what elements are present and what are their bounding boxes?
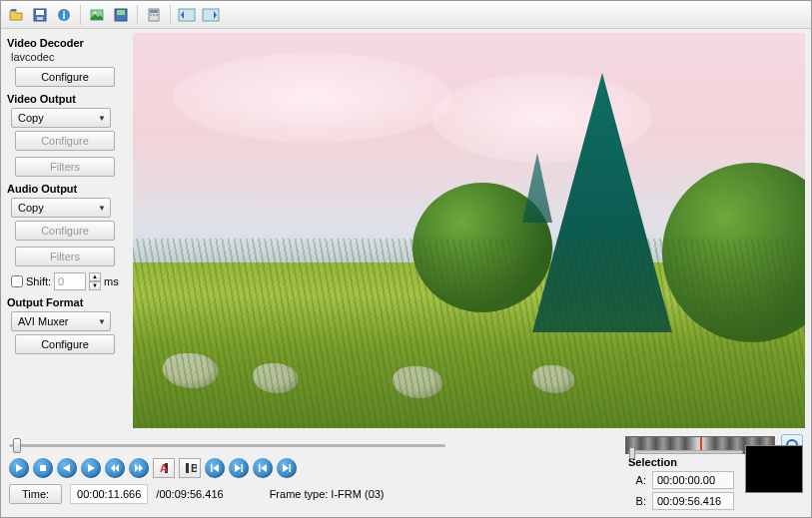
output-format-title: Output Format bbox=[7, 296, 127, 308]
svg-rect-20 bbox=[186, 463, 189, 473]
audio-output-configure-button: Configure bbox=[15, 221, 115, 241]
video-output-filters-button: Filters bbox=[15, 157, 115, 177]
frame-type: Frame type: I-FRM (03) bbox=[270, 488, 385, 500]
svg-rect-17 bbox=[40, 465, 46, 471]
sidebar: Video Decoder lavcodec Configure Video O… bbox=[1, 29, 133, 432]
prev-black-button[interactable] bbox=[253, 458, 273, 478]
audio-output-select[interactable]: Copy ▼ bbox=[11, 198, 111, 218]
shift-checkbox[interactable] bbox=[11, 275, 23, 287]
output-format-selected: AVI Muxer bbox=[18, 315, 69, 327]
stop-button[interactable] bbox=[33, 458, 53, 478]
video-output-select[interactable]: Copy ▼ bbox=[11, 108, 111, 128]
selection-slider[interactable] bbox=[628, 450, 743, 454]
video-decoder-title: Video Decoder bbox=[7, 37, 127, 49]
next-keyframe-button[interactable] bbox=[229, 458, 249, 478]
rewind-button[interactable] bbox=[105, 458, 125, 478]
svg-text:A: A bbox=[160, 462, 168, 474]
next-black-button[interactable] bbox=[277, 458, 297, 478]
calculator-icon[interactable] bbox=[143, 4, 165, 26]
output-format-select[interactable]: AVI Muxer ▼ bbox=[11, 311, 111, 331]
chevron-down-icon: ▼ bbox=[98, 114, 106, 123]
time-button[interactable]: Time: bbox=[9, 484, 62, 504]
selection-b-label: B: bbox=[628, 495, 646, 507]
forward-button[interactable] bbox=[129, 458, 149, 478]
audio-output-filters-button: Filters bbox=[15, 247, 115, 266]
mark-a-button[interactable]: A bbox=[153, 458, 175, 478]
total-time: /00:09:56.416 bbox=[156, 488, 223, 500]
svg-rect-23 bbox=[242, 464, 244, 472]
audio-output-title: Audio Output bbox=[7, 183, 127, 195]
shift-spinner-buttons[interactable]: ▲▼ bbox=[89, 272, 101, 290]
selection-a-value[interactable]: 00:00:00.00 bbox=[652, 471, 734, 489]
svg-rect-2 bbox=[37, 17, 43, 20]
svg-rect-11 bbox=[150, 14, 152, 16]
svg-rect-12 bbox=[153, 14, 155, 16]
selection-a-label: A: bbox=[628, 474, 646, 486]
video-output-selected: Copy bbox=[18, 112, 44, 124]
timeline-slider[interactable] bbox=[9, 444, 445, 447]
video-preview bbox=[133, 33, 805, 428]
timeline-thumb[interactable] bbox=[13, 438, 21, 453]
open-icon[interactable] bbox=[5, 4, 27, 26]
current-time: 00:00:11.666 bbox=[70, 484, 148, 504]
video-output-configure-button: Configure bbox=[15, 131, 115, 151]
svg-rect-25 bbox=[290, 464, 292, 472]
goto-end-icon[interactable] bbox=[200, 4, 222, 26]
svg-rect-10 bbox=[150, 10, 158, 13]
shift-label: Shift: bbox=[26, 275, 51, 287]
output-format-configure-button[interactable]: Configure bbox=[15, 334, 115, 354]
image-save-icon[interactable] bbox=[110, 4, 132, 26]
svg-rect-24 bbox=[259, 464, 261, 472]
shift-unit: ms bbox=[104, 275, 119, 287]
svg-text:i: i bbox=[62, 9, 65, 21]
prev-frame-button[interactable] bbox=[57, 458, 77, 478]
svg-rect-13 bbox=[156, 14, 158, 16]
chevron-down-icon: ▼ bbox=[98, 204, 106, 213]
audio-output-selected: Copy bbox=[18, 202, 44, 214]
save-icon[interactable] bbox=[29, 4, 51, 26]
svg-rect-22 bbox=[211, 464, 213, 472]
selection-b-value[interactable]: 00:09:56.416 bbox=[652, 492, 734, 510]
main-toolbar: i bbox=[1, 1, 811, 29]
mark-b-button[interactable]: B bbox=[179, 458, 201, 478]
video-decoder-value: lavcodec bbox=[11, 51, 127, 63]
shift-spinner[interactable]: 0 bbox=[54, 272, 86, 290]
thumbnail-preview bbox=[745, 445, 803, 493]
video-output-title: Video Output bbox=[7, 93, 127, 105]
svg-rect-1 bbox=[36, 10, 44, 15]
prev-keyframe-button[interactable] bbox=[205, 458, 225, 478]
svg-rect-8 bbox=[117, 10, 125, 15]
play-button[interactable] bbox=[9, 458, 29, 478]
image-open-icon[interactable] bbox=[86, 4, 108, 26]
goto-start-icon[interactable] bbox=[176, 4, 198, 26]
svg-text:B: B bbox=[191, 462, 197, 474]
video-decoder-configure-button[interactable]: Configure bbox=[15, 67, 115, 87]
info-icon[interactable]: i bbox=[53, 4, 75, 26]
chevron-down-icon: ▼ bbox=[98, 317, 106, 326]
next-frame-button[interactable] bbox=[81, 458, 101, 478]
